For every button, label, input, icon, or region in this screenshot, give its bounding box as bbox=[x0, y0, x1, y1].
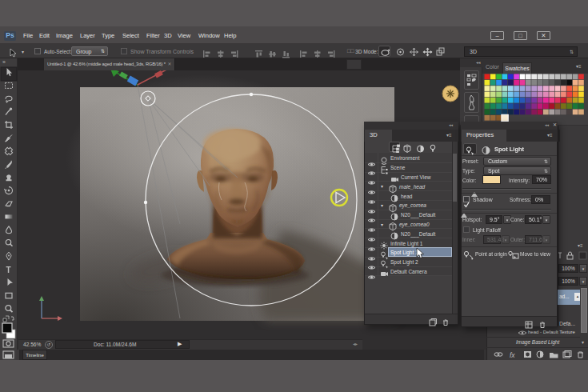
svg-text:fx: fx bbox=[510, 351, 515, 359]
svg-text:T: T bbox=[6, 266, 11, 274]
